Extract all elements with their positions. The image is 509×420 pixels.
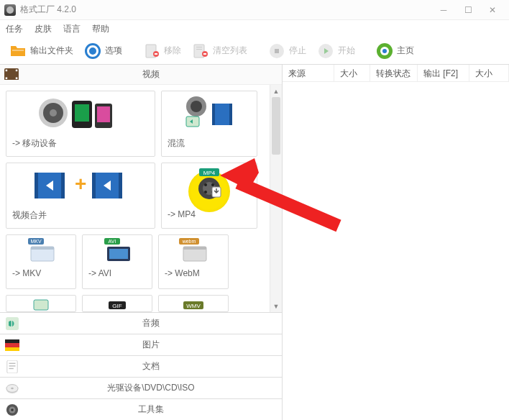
tile-mobile[interactable]: -> 移动设备: [6, 91, 155, 157]
svg-rect-58: [183, 247, 206, 250]
tile-merge-label: 视频合并: [6, 206, 155, 226]
svg-point-26: [191, 101, 202, 112]
svg-rect-71: [9, 368, 14, 368]
clear-label: 清空列表: [213, 45, 247, 57]
category-toolkit-label: 工具集: [24, 403, 278, 416]
stub-icon-1: [6, 296, 75, 312]
svg-rect-65: [5, 339, 19, 343]
col-source[interactable]: 来源: [283, 65, 334, 81]
menu-help[interactable]: 帮助: [92, 23, 109, 35]
category-disc[interactable]: 光驱设备\DVD\CD\ISO: [0, 377, 282, 398]
col-output[interactable]: 输出 [F2]: [418, 65, 469, 81]
tile-mkv[interactable]: MKV -> MKV: [6, 234, 76, 289]
tile-stub-1[interactable]: [6, 295, 76, 312]
svg-rect-66: [5, 343, 19, 347]
home-button[interactable]: 主页: [371, 40, 418, 62]
category-toolkit[interactable]: 工具集: [0, 398, 282, 420]
svg-rect-32: [35, 173, 38, 198]
remove-icon: [142, 42, 161, 60]
svg-rect-33: [61, 173, 65, 198]
svg-point-43: [211, 183, 214, 186]
menu-skin[interactable]: 皮肤: [35, 23, 52, 35]
svg-point-20: [50, 109, 57, 117]
category-doc[interactable]: 文档: [0, 355, 282, 377]
svg-rect-4: [196, 47, 202, 47]
svg-text:WMV: WMV: [186, 303, 201, 309]
clear-button[interactable]: 清空列表: [187, 40, 252, 62]
category-image-label: 图片: [24, 339, 278, 351]
maximize-button[interactable]: ☐: [456, 2, 480, 18]
tile-webm[interactable]: webm -> WebM: [158, 234, 229, 289]
category-image[interactable]: 图片: [0, 334, 282, 355]
svg-rect-14: [6, 69, 7, 70]
home-label: 主页: [397, 45, 414, 57]
svg-rect-8: [275, 49, 279, 53]
tiles-scrollbar[interactable]: ▲ ▼: [270, 85, 282, 312]
tile-mux[interactable]: 混流: [161, 91, 257, 157]
output-folder-button[interactable]: 输出文件夹: [4, 40, 78, 62]
tile-avi-label: -> AVI: [83, 265, 152, 283]
left-panel: 视频 -> 移动设备: [0, 65, 283, 420]
toolkit-category-icon: [4, 403, 20, 417]
stop-button[interactable]: 停止: [263, 40, 311, 62]
scroll-up-icon[interactable]: ▲: [270, 85, 282, 97]
svg-rect-68: [7, 360, 17, 373]
start-label: 开始: [338, 45, 355, 57]
svg-rect-22: [75, 104, 89, 122]
mobile-devices-icon: [6, 91, 155, 134]
svg-rect-54: [109, 249, 128, 259]
col-size2[interactable]: 大小: [469, 65, 509, 81]
scroll-down-icon[interactable]: ▼: [270, 300, 282, 312]
svg-point-74: [11, 387, 14, 388]
remove-button[interactable]: 移除: [138, 40, 185, 62]
tile-stub-3[interactable]: WMV: [158, 295, 229, 312]
tile-avi[interactable]: AVI -> AVI: [82, 234, 152, 289]
minimize-button[interactable]: ─: [431, 2, 456, 18]
category-audio[interactable]: 音频: [0, 312, 282, 334]
category-audio-label: 音频: [24, 317, 278, 329]
svg-rect-17: [16, 77, 17, 78]
webm-icon: webm: [159, 235, 228, 265]
avi-icon: AVI: [83, 235, 152, 265]
col-size[interactable]: 大小: [334, 65, 370, 81]
category-header-video[interactable]: 视频: [0, 65, 282, 85]
svg-text:+: +: [75, 173, 86, 195]
tile-merge[interactable]: + 视频合并: [6, 163, 155, 229]
svg-point-44: [204, 191, 207, 193]
start-button[interactable]: 开始: [312, 40, 359, 62]
svg-text:MKV: MKV: [30, 239, 42, 244]
tile-mp4[interactable]: MP4 -> MP4: [161, 163, 257, 229]
menu-tasks[interactable]: 任务: [6, 23, 23, 35]
disc-category-icon: [4, 381, 20, 396]
svg-rect-69: [9, 362, 16, 363]
close-button[interactable]: ✕: [480, 2, 505, 18]
scroll-thumb[interactable]: [272, 97, 280, 155]
tile-mobile-label: -> 移动设备: [6, 134, 155, 154]
col-status[interactable]: 转换状态: [370, 65, 418, 81]
mkv-icon: MKV: [6, 235, 75, 265]
svg-point-42: [204, 183, 207, 186]
svg-rect-30: [229, 104, 232, 125]
svg-rect-67: [5, 347, 19, 351]
options-label: 选项: [105, 45, 122, 57]
svg-point-12: [382, 49, 387, 53]
category-disc-label: 光驱设备\DVD\CD\ISO: [24, 382, 278, 394]
wmv-badge-icon: WMV: [159, 296, 228, 312]
start-icon: [316, 42, 335, 60]
tile-webm-label: -> WebM: [159, 265, 228, 283]
stop-label: 停止: [289, 45, 306, 57]
svg-rect-5: [196, 49, 202, 50]
doc-category-icon: [4, 360, 20, 374]
titlebar: 格式工厂 4.2.0 ─ ☐ ✕: [0, 0, 509, 20]
svg-text:AVI: AVI: [109, 239, 116, 244]
svg-rect-36: [92, 173, 96, 198]
menu-lang[interactable]: 语言: [63, 23, 81, 35]
merge-icon: +: [6, 163, 155, 206]
output-folder-label: 输出文件夹: [30, 45, 73, 57]
audio-category-icon: [4, 316, 20, 331]
home-icon: [375, 42, 394, 60]
options-button[interactable]: 选项: [79, 40, 127, 62]
tile-stub-2[interactable]: GIF: [82, 295, 152, 312]
window-title: 格式工厂 4.2.0: [20, 4, 76, 16]
svg-rect-70: [9, 365, 16, 366]
